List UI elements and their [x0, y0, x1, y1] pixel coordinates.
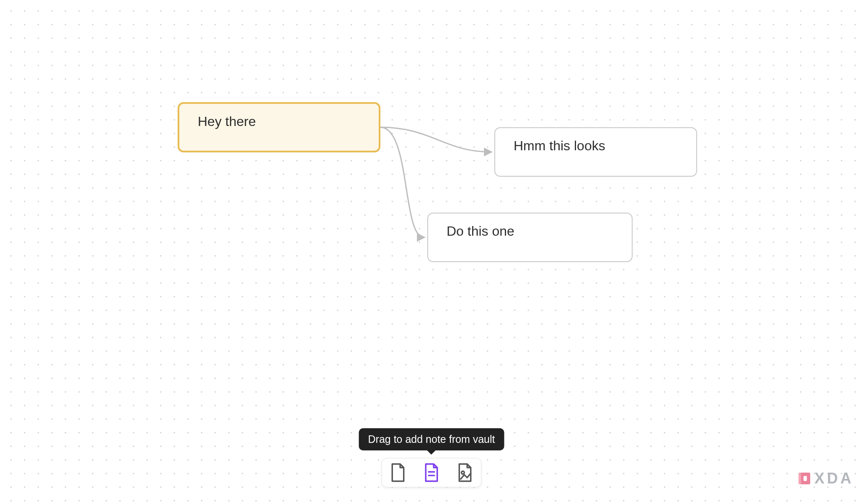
toolbar-tooltip: Drag to add note from vault [359, 428, 504, 450]
node-text: Do this one [447, 224, 514, 239]
svg-point-2 [461, 471, 464, 474]
add-note-from-vault-button[interactable] [421, 462, 442, 483]
node-text: Hey there [198, 114, 256, 129]
add-blank-card-button[interactable] [387, 462, 409, 483]
node-hmm-this-looks[interactable]: Hmm this looks [494, 127, 697, 177]
watermark: XDA [797, 470, 854, 487]
edge-n1-n2[interactable] [380, 127, 491, 152]
media-file-icon [456, 463, 474, 483]
svg-rect-5 [804, 476, 807, 481]
add-media-button[interactable] [454, 462, 476, 483]
watermark-text: XDA [814, 470, 854, 487]
node-text: Hmm this looks [514, 138, 605, 153]
canvas-toolbar [382, 458, 481, 487]
node-hey-there[interactable]: Hey there [178, 102, 380, 152]
blank-file-icon [389, 463, 407, 483]
tooltip-text: Drag to add note from vault [368, 433, 495, 445]
node-do-this-one[interactable]: Do this one [427, 213, 633, 262]
edge-n1-n3[interactable] [380, 127, 424, 237]
note-file-icon [423, 463, 440, 483]
xda-logo-icon [797, 471, 812, 486]
